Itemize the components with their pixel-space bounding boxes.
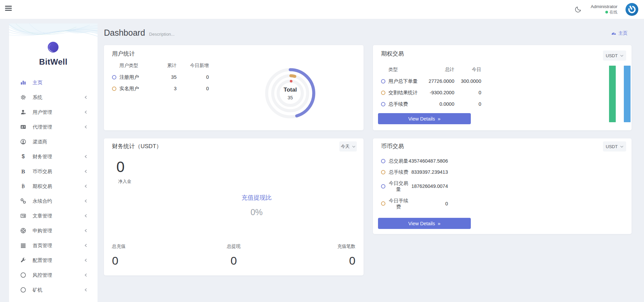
currency-select[interactable]: USDT [603, 51, 626, 61]
stat-total-withdraw: 总提现 0 [193, 243, 274, 267]
series-marker-icon [381, 79, 385, 83]
chevron-left-icon [84, 199, 88, 205]
table-row: 用户总下单量 27726.0000 300.0000 [381, 75, 481, 87]
col-header: 类型 [388, 67, 423, 73]
net-deposit-label: 净入金 [110, 178, 140, 184]
sidebar-item-perpetual-contract[interactable]: 永续合约 [9, 194, 98, 208]
chevron-left-icon [84, 184, 88, 190]
sidebar-item-homepage-management[interactable]: 首页管理 [9, 238, 98, 253]
chevron-left-icon [84, 95, 88, 101]
series-marker-icon [381, 91, 385, 95]
col-header: 用户类型 [119, 63, 156, 69]
page-header: Dashboard Description... [104, 28, 175, 38]
circle-icon [20, 287, 26, 293]
view-details-button[interactable]: View Details » [378, 218, 471, 229]
brand-name: BitWell [9, 57, 98, 67]
sidebar-item-label: 主页 [33, 79, 42, 86]
sidebar-item-label: 申购管理 [33, 228, 52, 234]
user-menu[interactable]: Administrator 在线 [591, 4, 617, 15]
life-ring-icon [20, 228, 26, 234]
spot-stats-list: 总交易量 4357460487.5806 总手续费 8339397.239413… [381, 158, 448, 215]
ratio-value: 0% [206, 207, 307, 217]
sidebar-item-mining-machine[interactable]: 矿机 [9, 282, 98, 297]
options-stats-table: 类型 总计 今日 用户总下单量 27726.0000 300.0000 交割结果… [381, 64, 481, 110]
chevron-left-icon [84, 288, 88, 294]
double-chevron-icon: » [438, 116, 441, 121]
user-stats-table: 用户类型 累计 今日新增 注册用户 35 0 实名用户 3 0 [112, 60, 209, 94]
sidebar-item-channel[interactable]: 渠道商 [9, 134, 98, 149]
finance-stats-card: 财务统计（USDT） 今天 0 净入金 充值提现比 0% 总充值 0 总提现 0… [104, 138, 364, 275]
table-row: 注册用户 35 0 [112, 71, 209, 83]
col-header: 累计 [156, 63, 177, 69]
user-circle-icon [20, 139, 26, 145]
user-name: Administrator [591, 4, 617, 10]
sidebar-item-label: 用户管理 [33, 109, 52, 115]
chevron-left-icon [84, 125, 88, 131]
chevron-left-icon [84, 228, 88, 234]
sidebar-item-label: 永续合约 [33, 198, 52, 204]
currency-select[interactable]: USDT [603, 141, 626, 152]
navbar-right: Administrator 在线 [574, 0, 638, 19]
view-details-button[interactable]: View Details » [378, 113, 471, 124]
circle-icon [20, 272, 26, 278]
spot-trading-card: 币币交易 USDT 总交易量 4357460487.5806 总手续费 8339… [373, 138, 632, 234]
breadcrumb[interactable]: 主页 [611, 30, 628, 36]
admin-dashboard: Administrator 在线 [0, 0, 644, 302]
sidebar-item-user-management[interactable]: 用户管理 [9, 105, 98, 120]
sidebar-item-label: 配置管理 [33, 257, 52, 264]
sidebar-item-subscription-management[interactable]: 申购管理 [9, 223, 98, 238]
avatar[interactable] [626, 3, 638, 16]
ratio-label: 充值提现比 [206, 194, 307, 202]
table-row: 总手续费 0.0000 0 [381, 98, 481, 110]
donut-center-label: Total 35 [262, 65, 319, 122]
date-range-select[interactable]: 今天 [339, 141, 357, 152]
sidebar-item-agent-management[interactable]: 代理管理 [9, 120, 98, 134]
series-marker-icon [381, 102, 385, 106]
brand-header: BitWell [9, 24, 98, 67]
series-marker-icon [112, 75, 116, 79]
sidebar-item-article-management[interactable]: 文章管理 [9, 208, 98, 223]
chevron-left-icon [84, 243, 88, 249]
chevron-left-icon [84, 110, 88, 116]
sidebar-item-config-management[interactable]: 配置管理 [9, 253, 98, 268]
series-marker-icon [381, 159, 385, 163]
online-dot-icon [605, 11, 608, 13]
online-label: 在线 [609, 10, 617, 15]
sidebar-item-risk-management[interactable]: 风控管理 [9, 268, 98, 282]
list-lines-icon [20, 242, 26, 248]
options-trading-card: 期权交易 USDT 类型 总计 今日 用户总下单量 27726.0000 300… [373, 45, 632, 130]
sidebar-item-spot-trading[interactable]: B 币币交易 [9, 164, 98, 179]
sidebar-item-finance-management[interactable]: $ 财务管理 [9, 149, 98, 164]
sidebar-item-home[interactable]: 主页 [9, 75, 98, 90]
series-marker-icon [381, 184, 385, 189]
list-item: 总手续费 8339397.239413 [381, 169, 448, 175]
sidebar-item-label: 首页管理 [33, 242, 52, 249]
chevron-down-icon [620, 55, 623, 57]
id-card-icon [20, 124, 26, 130]
sidebar-item-label: 风控管理 [33, 272, 52, 278]
net-deposit-value: 0 [116, 159, 124, 175]
bitcoin-icon: B [20, 183, 26, 189]
sidebar-item-system[interactable]: 系统 [9, 90, 98, 105]
col-header: 总计 [423, 67, 454, 73]
stat-total-deposit: 总充值 0 [112, 243, 193, 267]
ratio-block: 充值提现比 0% [206, 194, 307, 217]
list-item: 总交易量 4357460487.5806 [381, 158, 448, 164]
finance-bottom-stats: 总充值 0 总提现 0 充值笔数 0 [104, 243, 364, 267]
sidebar-item-options-trading[interactable]: B 期权交易 [9, 179, 98, 194]
card-title: 用户统计 [112, 50, 135, 58]
table-row: 实名用户 3 0 [112, 83, 209, 94]
chevron-down-icon [352, 145, 355, 148]
sidebar: BitWell 主页 系统 用户管理 [9, 24, 98, 302]
dark-mode-toggle[interactable] [574, 5, 582, 14]
sidebar-menu: 主页 系统 用户管理 代理管理 [9, 75, 98, 297]
card-title: 期权交易 [381, 50, 404, 58]
table-row: 交割结果统计 -9300.2000 0 [381, 87, 481, 98]
wrench-icon [20, 257, 26, 263]
sidebar-item-label: 文章管理 [33, 213, 52, 219]
card-title: 币币交易 [381, 142, 404, 150]
series-marker-icon [381, 201, 385, 206]
user-stats-donut-chart: Total 35 [262, 65, 319, 122]
bar-green [609, 66, 616, 122]
hamburger-menu-icon[interactable] [5, 6, 12, 11]
